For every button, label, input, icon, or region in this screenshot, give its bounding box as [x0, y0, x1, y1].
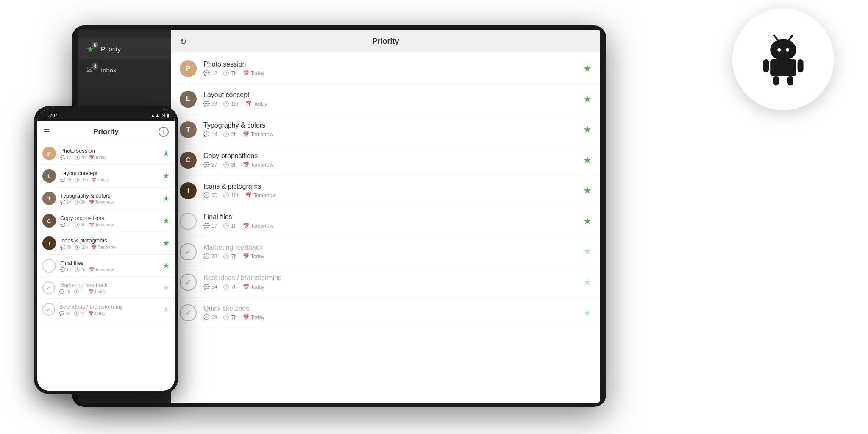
comment-icon: 💬	[203, 284, 210, 290]
sidebar-item-inbox[interactable]: ✉ 4 Inbox	[78, 59, 171, 81]
phone-comment-count: 💬 54	[59, 311, 70, 316]
task-check-icon: ✓	[180, 304, 197, 321]
clock-icon: 🕐	[223, 70, 229, 76]
star-button[interactable]: ★	[583, 307, 592, 318]
refresh-button[interactable]: ↻	[180, 36, 187, 47]
phone-task-meta: 💬 54 🕐 7h 📅 Today	[59, 311, 159, 316]
phone-avatar: C	[42, 214, 56, 228]
phone-task-content: Copy propositions 💬 27 🕐 3h 📅 Tomorrow	[60, 215, 159, 227]
due-date: 📅 Today	[243, 314, 264, 320]
task-avatar	[180, 213, 197, 230]
calendar-icon: 📅	[245, 192, 252, 198]
tablet-task-item[interactable]: T Typography & colors 💬 14 🕐 2h 📅 Tomor	[171, 114, 600, 145]
phone-comment-count: 💬 35	[60, 245, 71, 250]
svg-point-1	[777, 48, 781, 51]
tablet-task-item[interactable]: L Layout concept 💬 69 🕐 10h 📅 Today	[171, 84, 600, 114]
phone-menu-button[interactable]: ☰	[43, 127, 50, 136]
phone-star-button[interactable]: ★	[163, 216, 170, 225]
tablet-task-item[interactable]: ✓ Best ideas / brainstorming 💬 54 🕐 7h 📅…	[171, 267, 600, 298]
star-button[interactable]: ★	[583, 124, 592, 135]
phone-task-item[interactable]: I Icons & pictograms 💬 35 🕐 10h 📅 Tomorr…	[37, 232, 175, 255]
phone-comment-count: 💬 12	[60, 155, 71, 160]
phone-task-item[interactable]: L Layout concept 💬 69 🕐 10h 📅 Today ★	[37, 165, 175, 187]
phone-avatar: P	[42, 147, 56, 160]
tablet-task-item[interactable]: P Photo session 💬 12 🕐 7h 📅 Today	[171, 53, 600, 84]
task-title: Layout concept	[203, 91, 579, 99]
task-meta: 💬 39 🕐 7h 📅 Today	[203, 314, 579, 320]
phone-star-button[interactable]: ★	[163, 171, 170, 181]
clock-icon: 🕐	[223, 131, 229, 137]
sidebar-item-priority[interactable]: ★ 6 Priority	[78, 38, 171, 59]
star-button[interactable]: ★	[583, 63, 592, 74]
tablet-task-item[interactable]: I Icons & pictograms 💬 35 🕐 10h 📅 Tomor	[171, 175, 600, 206]
due-date: 📅 Tomorrow	[243, 223, 273, 229]
phone-task-content: Layout concept 💬 69 🕐 10h 📅 Today	[60, 170, 159, 182]
star-button[interactable]: ★	[583, 216, 592, 227]
phone-task-item[interactable]: ✓ Best ideas / brainstorming 💬 54 🕐 7h 📅…	[37, 299, 175, 320]
tablet-header: ↻ Priority	[171, 30, 600, 53]
phone-star-button[interactable]: ★	[163, 194, 170, 203]
phone-screen: 13:07 ▲▲ ⊙ ▮ ☰ Priority i P Photo sessio…	[37, 109, 175, 391]
star-button[interactable]: ★	[583, 94, 592, 105]
android-logo-circle	[732, 8, 834, 110]
phone-star-button[interactable]: ★	[163, 305, 170, 314]
star-button[interactable]: ★	[583, 185, 592, 196]
phone-time-estimate: 🕐 3h	[75, 223, 86, 227]
task-title: Best ideas / brainstorming	[203, 274, 579, 282]
phone-task-item[interactable]: T Typography & colors 💬 14 🕐 2h 📅 Tomorr…	[37, 187, 175, 210]
task-meta: 💬 17 🕐 1h 📅 Tomorrow	[203, 223, 579, 229]
phone-task-meta: 💬 14 🕐 2h 📅 Tomorrow	[60, 200, 159, 205]
calendar-icon: 📅	[243, 131, 249, 137]
phone-due-date: 📅 Tomorrow	[91, 245, 116, 250]
phone-comment-count: 💬 78	[59, 289, 70, 294]
due-date: 📅 Today	[243, 284, 264, 290]
phone-task-meta: 💬 27 🕐 3h 📅 Tomorrow	[60, 223, 159, 227]
priority-badge: 6	[92, 42, 98, 48]
task-title: Quick sketches	[203, 305, 579, 312]
phone-task-title: Best ideas / brainstorming	[59, 303, 159, 310]
phone-task-item[interactable]: Final files 💬 17 🕐 1h 📅 Tomorrow ★	[37, 255, 175, 277]
due-date: 📅 Tomorrow	[243, 162, 273, 168]
phone-task-content: Typography & colors 💬 14 🕐 2h 📅 Tomorrow	[60, 192, 159, 205]
phone-task-check: ✓	[42, 281, 55, 294]
tablet-task-item[interactable]: C Copy propositions 💬 27 🕐 3h 📅 Tomorro	[171, 145, 600, 175]
time-estimate: 🕐 10h	[223, 101, 239, 107]
tablet-task-list[interactable]: P Photo session 💬 12 🕐 7h 📅 Today	[171, 53, 600, 403]
phone-task-check: ✓	[42, 303, 55, 316]
svg-rect-5	[770, 59, 796, 76]
phone-task-item[interactable]: C Copy propositions 💬 27 🕐 3h 📅 Tomorrow…	[37, 210, 175, 232]
phone-due-date: 📅 Tomorrow	[89, 223, 114, 227]
phone-task-title: Copy propositions	[60, 215, 159, 221]
due-date: 📅 Today	[243, 70, 264, 76]
sidebar-inbox-label: Inbox	[101, 67, 117, 74]
task-content: Copy propositions 💬 27 🕐 3h 📅 Tomorrow	[203, 152, 579, 168]
phone-star-button[interactable]: ★	[163, 149, 170, 158]
tablet-title: Priority	[372, 37, 399, 46]
star-button[interactable]: ★	[583, 277, 592, 288]
svg-line-3	[774, 36, 778, 40]
phone-task-item[interactable]: P Photo session 💬 12 🕐 7h 📅 Today ★	[37, 142, 175, 165]
phone-star-button[interactable]: ★	[163, 261, 170, 270]
star-button[interactable]: ★	[583, 155, 592, 166]
comment-count: 💬 78	[203, 253, 217, 259]
svg-rect-6	[763, 59, 769, 72]
info-icon: i	[163, 128, 164, 135]
tablet-task-item[interactable]: Final files 💬 17 🕐 1h 📅 Tomorrow	[171, 206, 600, 236]
task-content: Best ideas / brainstorming 💬 54 🕐 7h 📅 T…	[203, 274, 579, 290]
phone-due-date: 📅 Today	[88, 289, 106, 294]
task-avatar: L	[180, 91, 197, 108]
phone-avatar: T	[42, 192, 56, 205]
comment-count: 💬 12	[203, 70, 217, 76]
phone-task-list[interactable]: P Photo session 💬 12 🕐 7h 📅 Today ★ L La…	[37, 142, 175, 391]
tablet-task-item[interactable]: ✓ Marketing feedback 💬 78 🕐 7h 📅 Today	[171, 236, 600, 267]
task-content: Typography & colors 💬 14 🕐 2h 📅 Tomorrow	[203, 122, 579, 137]
tablet-task-item[interactable]: ✓ Quick sketches 💬 39 🕐 7h 📅 Today	[171, 298, 600, 328]
star-button[interactable]: ★	[583, 246, 592, 257]
phone-task-item[interactable]: ✓ Marketing feedback 💬 78 🕐 7h 📅 Today ★	[37, 277, 175, 299]
phone-info-button[interactable]: i	[159, 127, 169, 137]
phone-star-button[interactable]: ★	[163, 283, 170, 292]
comment-count: 💬 35	[203, 192, 217, 198]
comment-count: 💬 27	[203, 162, 217, 168]
phone-star-button[interactable]: ★	[163, 239, 170, 248]
phone-task-title: Final files	[60, 260, 159, 266]
